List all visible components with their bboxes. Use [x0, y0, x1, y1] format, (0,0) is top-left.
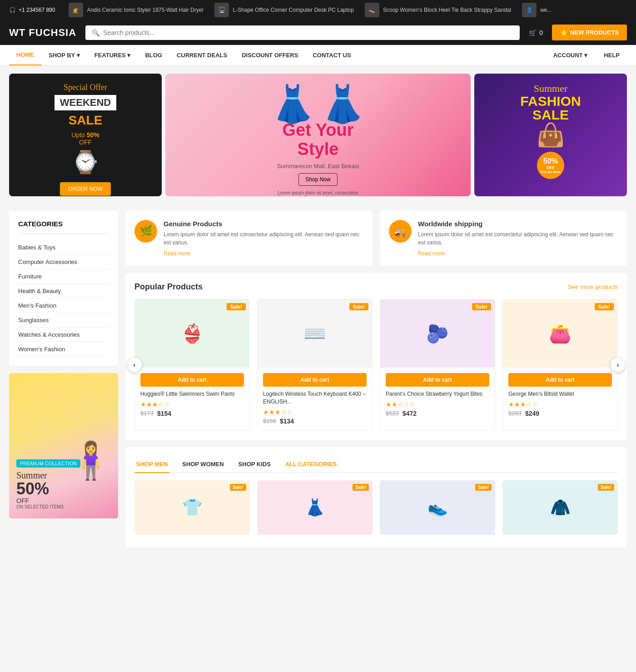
nav-item-account[interactable]: ACCOUNT ▾	[546, 45, 595, 65]
ticker-thumb: 👤	[522, 3, 537, 17]
pink-desc-text: Lorem ipsum dolor sit amet, consectetur …	[273, 190, 363, 196]
shipping-title: Worldwide shipping	[418, 220, 618, 228]
price-row: $156 $134	[263, 418, 367, 425]
special-offer-text: Special Offer	[18, 83, 153, 92]
nav-item-features[interactable]: FEATURES ▾	[87, 45, 138, 65]
shop-products-row: Sale! 👕 Sale! 👗 Sale! 👟 Sale! 🧥	[134, 480, 618, 538]
popular-header: Popular Products See more products	[134, 282, 618, 292]
product-card: Sale! 👙 Add to cart Huggies® Little Swim…	[134, 299, 250, 431]
genuine-desc: Lorem ipsum dolor sit amet est consectet…	[164, 230, 363, 247]
star-icon: ⭐	[560, 29, 567, 36]
sale-badge: Sale!	[595, 303, 614, 310]
tab-all-categories[interactable]: ALL CATEGORIES	[283, 456, 339, 472]
nav-item-blog[interactable]: BLOG	[138, 45, 169, 65]
ticker-name: L-Shape Office Corner Computer Desk PC L…	[233, 7, 354, 13]
genuine-read-more[interactable]: Read more	[164, 250, 363, 257]
new-products-button[interactable]: ⭐ NEW PRODUCTS	[552, 25, 627, 40]
ticker-products: 💇Andis Ceramic Ionic Styler 1875-Watt Ha…	[69, 3, 627, 17]
promo-condition: ON SELECTED ITEMS	[16, 504, 80, 509]
product-info: Add to cart Huggies® Little Swimmers Swi…	[135, 368, 249, 423]
shop-sale-badge: Sale!	[475, 484, 492, 491]
figure-illustrations: 👗 👗	[174, 83, 462, 116]
product-name: Logitech Wireless Touch Keyboard K400 – …	[263, 390, 367, 406]
carousel-next-button[interactable]: ›	[610, 357, 626, 373]
product-cards: Sale! 👙 Add to cart Huggies® Little Swim…	[134, 299, 618, 431]
tab-shop-men[interactable]: SHOP MEN	[134, 456, 169, 473]
shop-product-card: Sale! 🧥	[502, 480, 618, 538]
ticker-thumb: 💇	[69, 3, 83, 17]
cart-area[interactable]: 🛒 0	[529, 29, 543, 36]
nav-item-home[interactable]: HOME	[9, 45, 41, 65]
nav-item-discount-offers[interactable]: DISCOUNT OFFERS	[234, 45, 305, 65]
feature-shipping: 🚚 Worldwide shipping Lorem ipsum dolor s…	[380, 211, 627, 266]
location-text: Summarecon Mall, East Bekasi	[174, 163, 462, 169]
category-item[interactable]: Furniture	[18, 269, 109, 284]
price-old: $156	[263, 418, 276, 424]
phone-icon: 🎧	[9, 7, 16, 13]
right-content: 🌿 Genuine Products Lorem ipsum dolor sit…	[125, 211, 627, 548]
category-item[interactable]: Sunglasses	[18, 313, 109, 328]
popular-section: Popular Products See more products ‹ Sal…	[125, 273, 627, 440]
see-more-link[interactable]: See more products	[568, 284, 618, 290]
nav-item-contact-us[interactable]: CONTACT US	[305, 45, 358, 65]
off-badge: 50% OFF For All Item	[537, 152, 564, 179]
category-item[interactable]: Women's Fashion	[18, 342, 109, 357]
nav-items: HOMESHOP BY ▾FEATURES ▾BLOGCURRENT DEALS…	[9, 45, 358, 65]
category-item[interactable]: Babies & Toys	[18, 240, 109, 255]
price-new: $249	[525, 410, 539, 417]
price-old: $523	[386, 410, 399, 417]
bag-emoji: 👜	[483, 122, 618, 148]
nav-item-help[interactable]: HELP	[596, 45, 627, 65]
search-input[interactable]	[103, 29, 513, 36]
tabs-row: SHOP MENSHOP WOMENSHOP KIDSALL CATEGORIE…	[134, 456, 618, 473]
summer-text: Summer	[483, 83, 618, 95]
ticker-name: Andis Ceramic Ionic Styler 1875-Watt Hai…	[87, 7, 204, 13]
shop-product-card: Sale! 👟	[380, 480, 495, 538]
off-percent: 50%	[543, 157, 558, 165]
category-item[interactable]: Men's Fashion	[18, 299, 109, 313]
shipping-read-more[interactable]: Read more	[418, 250, 618, 257]
add-to-cart-button[interactable]: Add to cart	[263, 373, 367, 387]
banner-get-style: 👗 👗 Get YourStyle Summarecon Mall, East …	[165, 74, 471, 196]
price-new: $472	[402, 410, 417, 417]
category-item[interactable]: Health & Beauty	[18, 284, 109, 299]
price-row: $283 $249	[508, 410, 612, 417]
main-nav: HOMESHOP BY ▾FEATURES ▾BLOGCURRENT DEALS…	[0, 45, 636, 66]
price-old: $173	[140, 410, 154, 417]
search-bar[interactable]: 🔍	[85, 25, 520, 40]
product-card: Sale! 👛 Add to cart George Men's Bifold …	[502, 299, 618, 431]
nav-item-shop-by[interactable]: SHOP BY ▾	[41, 45, 87, 65]
product-info: Add to cart George Men's Bifold Wallet ★…	[503, 368, 617, 423]
product-stars: ★★★☆☆	[263, 408, 367, 416]
add-to-cart-button[interactable]: Add to cart	[140, 373, 244, 387]
price-new: $154	[157, 410, 171, 417]
site-logo: WT FUCHSIA	[9, 27, 76, 39]
ticker-product: 🖥️L-Shape Office Corner Computer Desk PC…	[214, 3, 354, 17]
categories-list: Babies & ToysComputer AccessoriesFurnitu…	[18, 240, 109, 357]
carousel-prev-button[interactable]: ‹	[127, 357, 142, 373]
shop-sale-badge: Sale!	[353, 484, 369, 491]
tab-shop-kids[interactable]: SHOP KIDS	[237, 456, 273, 472]
feature-genuine: 🌿 Genuine Products Lorem ipsum dolor sit…	[125, 211, 373, 266]
shop-now-button[interactable]: Shop Now	[298, 173, 337, 186]
sale-badge: Sale!	[349, 303, 368, 310]
product-name: Huggies® Little Swimmers Swim Pants	[140, 390, 244, 398]
for-all-text: For All Item	[541, 170, 561, 174]
add-to-cart-button[interactable]: Add to cart	[508, 373, 612, 387]
add-to-cart-button[interactable]: Add to cart	[386, 373, 489, 387]
features-row: 🌿 Genuine Products Lorem ipsum dolor sit…	[125, 211, 627, 266]
category-item[interactable]: Computer Accessories	[18, 255, 109, 269]
category-item[interactable]: Watches & Accessories	[18, 328, 109, 342]
ticker-thumb: 👡	[365, 3, 379, 17]
product-name: George Men's Bifold Wallet	[508, 390, 612, 398]
shipping-icon: 🚚	[389, 220, 412, 243]
order-now-button[interactable]: ORDER NOW	[60, 182, 111, 196]
promo-percent: 50%	[16, 481, 80, 497]
feature-shipping-info: Worldwide shipping Lorem ipsum dolor sit…	[418, 220, 618, 257]
tab-shop-women[interactable]: SHOP WOMEN	[180, 456, 226, 472]
banner-content-pink: 👗 👗 Get YourStyle Summarecon Mall, East …	[165, 74, 471, 196]
banner-content-dark: Special Offer WEEKEND SALE Upto 50%OFF ⌚…	[9, 74, 162, 196]
figure-2: 👗	[320, 83, 366, 125]
product-card: Sale! ⌨️ Add to cart Logitech Wireless T…	[257, 299, 373, 431]
nav-item-current-deals[interactable]: CURRENT DEALS	[169, 45, 234, 65]
